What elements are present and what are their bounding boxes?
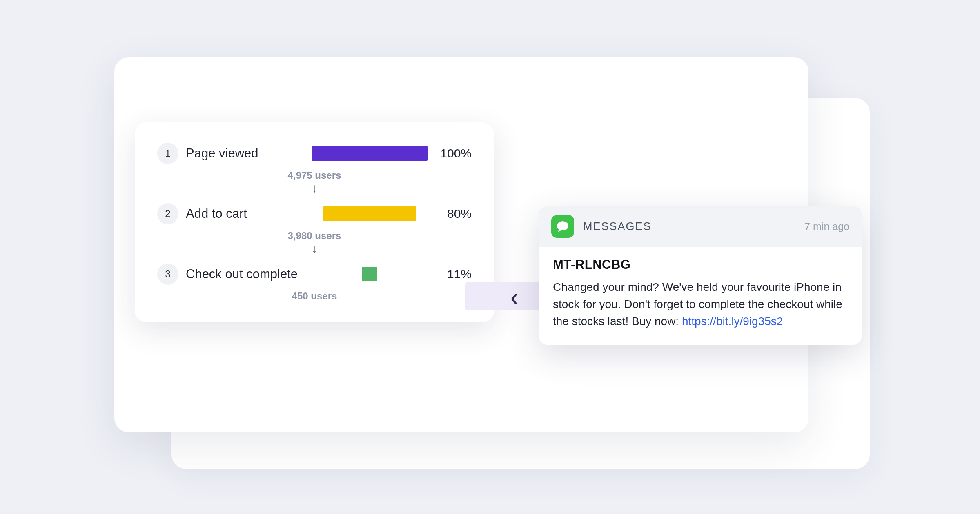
step-users: 4,975 users: [157, 170, 472, 181]
notification-link[interactable]: https://bit.ly/9ig35s2: [682, 315, 783, 328]
messages-app-icon: [551, 215, 574, 238]
step-label: Add to cart: [186, 206, 304, 221]
step-number-badge: 3: [157, 264, 178, 285]
bar-track: [312, 267, 428, 281]
step-label: Page viewed: [186, 146, 304, 161]
arrow-down-icon: ↓: [157, 242, 472, 255]
funnel-panel: 1 Page viewed 100% 4,975 users ↓ 2 Add t…: [135, 122, 494, 322]
step-number-badge: 2: [157, 203, 178, 224]
notification-body: MT-RLNCBG Changed your mind? We've held …: [539, 247, 862, 345]
step-users: 3,980 users: [157, 230, 472, 241]
notification-title: MT-RLNCBG: [553, 257, 848, 272]
step-percent: 80%: [435, 207, 472, 221]
funnel-step: 1 Page viewed 100%: [157, 143, 472, 164]
bar-fill: [312, 146, 428, 161]
step-percent: 100%: [435, 146, 472, 160]
bar-fill: [362, 267, 377, 281]
notification-text: Changed your mind? We've held your favou…: [553, 279, 848, 330]
bar-track: [312, 206, 428, 221]
step-number-badge: 1: [157, 143, 178, 164]
funnel-step: 2 Add to cart 80%: [157, 203, 472, 224]
notification-card[interactable]: MESSAGES 7 min ago MT-RLNCBG Changed you…: [539, 206, 862, 345]
notification-timestamp: 7 min ago: [804, 221, 849, 233]
notification-app-name: MESSAGES: [583, 220, 652, 233]
bar-fill: [323, 206, 416, 221]
funnel-step: 3 Check out complete 11%: [157, 264, 472, 285]
step-percent: 11%: [435, 267, 472, 281]
step-label: Check out complete: [186, 267, 304, 281]
bar-track: [312, 146, 428, 161]
arrow-down-icon: ↓: [157, 182, 472, 194]
step-users: 450 users: [157, 290, 472, 302]
notification-header: MESSAGES 7 min ago: [539, 206, 862, 247]
